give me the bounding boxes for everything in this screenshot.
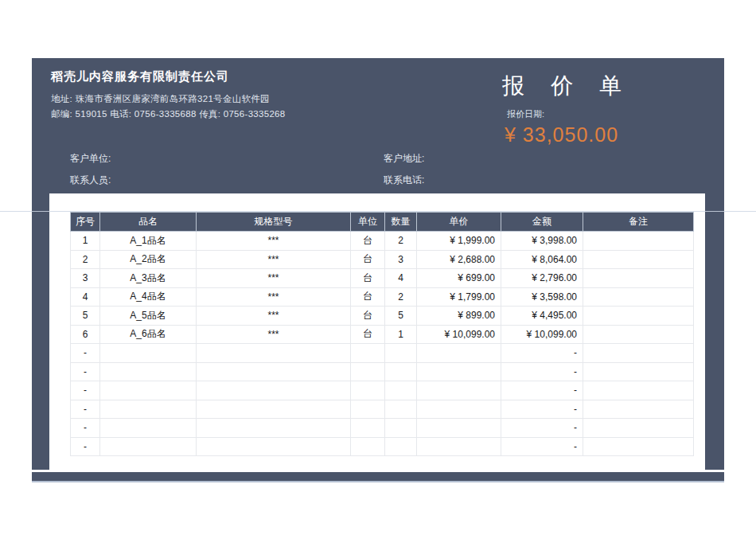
company-address-line: 地址: 珠海市香洲区唐家湾前岛环路321号金山软件园 [51, 93, 270, 105]
table-area: 序号 品名 规格型号 单位 数量 单价 金额 备注 1A_1品名***台2¥ 1… [49, 193, 705, 470]
cell-spec: *** [197, 232, 351, 251]
cell-unit: 台 [351, 287, 385, 307]
cell-seq: - [71, 362, 100, 381]
cell-note [583, 287, 694, 307]
cell-qty: 2 [385, 287, 417, 307]
table-row: 1A_1品名***台2¥ 1,999.00¥ 3,998.00 [71, 232, 694, 251]
cell-spec [197, 419, 351, 438]
cell-amount: ¥ 3,998.00 [501, 232, 583, 251]
cell-price [417, 362, 501, 381]
cell-price: ¥ 10,099.00 [417, 325, 501, 344]
header-unit: 单位 [351, 213, 385, 232]
header-qty: 数量 [385, 213, 417, 232]
cell-spec: *** [197, 287, 351, 307]
cell-amount: - [501, 419, 583, 438]
table-row: -- [71, 344, 694, 363]
cell-seq: - [71, 437, 100, 456]
cell-spec [197, 400, 351, 419]
cell-amount: ¥ 8,064.00 [501, 250, 583, 269]
cell-name [100, 362, 197, 381]
cell-seq: - [71, 400, 100, 419]
cell-note [583, 437, 694, 456]
cell-qty [385, 400, 417, 419]
table-row: 2A_2品名***台3¥ 2,688.00¥ 8,064.00 [71, 250, 694, 269]
cell-spec [197, 344, 351, 363]
cell-qty [385, 362, 417, 381]
header-note: 备注 [583, 213, 694, 232]
cell-amount: - [501, 362, 583, 381]
cell-qty: 4 [385, 269, 417, 288]
cell-seq: 3 [71, 269, 100, 288]
document-bottom-gap [32, 470, 724, 472]
cell-unit: 台 [351, 325, 385, 344]
cell-note [583, 232, 694, 251]
cell-price [417, 381, 501, 400]
cell-price: ¥ 899.00 [417, 307, 501, 326]
header-spec: 规格型号 [197, 213, 351, 232]
cell-unit [351, 381, 385, 400]
table-row: -- [71, 437, 694, 456]
cell-note [583, 250, 694, 269]
cell-price: ¥ 1,999.00 [417, 232, 501, 251]
cell-name: A_3品名 [100, 269, 197, 288]
cell-note [583, 325, 694, 344]
table-row: -- [71, 362, 694, 381]
cell-amount: ¥ 4,495.00 [501, 307, 583, 326]
table-row: 6A_6品名***台1¥ 10,099.00¥ 10,099.00 [71, 325, 694, 344]
total-amount: ¥ 33,050.00 [505, 123, 618, 146]
cell-note [583, 269, 694, 288]
cell-name: A_5品名 [100, 307, 197, 326]
table-row: -- [71, 419, 694, 438]
cell-spec: *** [197, 269, 351, 288]
cell-seq: 6 [71, 325, 100, 344]
cell-name [100, 437, 197, 456]
cell-amount: - [501, 400, 583, 419]
cell-unit [351, 400, 385, 419]
customer-address-label: 客户地址: [384, 152, 424, 166]
quote-table-body: 1A_1品名***台2¥ 1,999.00¥ 3,998.002A_2品名***… [71, 232, 694, 456]
quotation-document: 稻壳儿内容服务有限制责任公司 地址: 珠海市香洲区唐家湾前岛环路321号金山软件… [32, 58, 724, 482]
cell-note [583, 381, 694, 400]
cell-name [100, 419, 197, 438]
cell-seq: - [71, 344, 100, 363]
cell-name: A_1品名 [100, 232, 197, 251]
cell-unit [351, 362, 385, 381]
cell-name: A_6品名 [100, 325, 197, 344]
cell-unit [351, 437, 385, 456]
cell-unit [351, 419, 385, 438]
cell-note [583, 419, 694, 438]
cell-unit [351, 344, 385, 363]
cell-qty [385, 381, 417, 400]
cell-name: A_4品名 [100, 287, 197, 307]
cell-unit: 台 [351, 232, 385, 251]
cell-spec [197, 381, 351, 400]
cell-price: ¥ 1,799.00 [417, 287, 501, 307]
cell-spec [197, 362, 351, 381]
cell-qty: 1 [385, 325, 417, 344]
cell-price: ¥ 699.00 [417, 269, 501, 288]
cell-seq: - [71, 381, 100, 400]
cell-spec [197, 437, 351, 456]
cell-amount: ¥ 3,598.00 [501, 287, 583, 307]
cell-price [417, 437, 501, 456]
cell-spec: *** [197, 250, 351, 269]
gridline-divider [0, 211, 756, 212]
cell-name: A_2品名 [100, 250, 197, 269]
cell-name [100, 381, 197, 400]
cell-amount: - [501, 437, 583, 456]
cell-note [583, 362, 694, 381]
customer-company-label: 客户单位: [70, 152, 111, 166]
cell-name [100, 400, 197, 419]
cell-unit: 台 [351, 307, 385, 326]
cell-spec: *** [197, 325, 351, 344]
customer-contact-label: 联系人员: [70, 174, 111, 187]
cell-unit: 台 [351, 250, 385, 269]
cell-qty [385, 419, 417, 438]
header-name: 品名 [100, 213, 197, 232]
cell-seq: 2 [71, 250, 100, 269]
cell-seq: 5 [71, 307, 100, 326]
table-row: 5A_5品名***台5¥ 899.00¥ 4,495.00 [71, 307, 694, 326]
header-price: 单价 [417, 213, 501, 232]
cell-spec: *** [197, 307, 351, 326]
customer-phone-label: 联系电话: [384, 174, 424, 187]
